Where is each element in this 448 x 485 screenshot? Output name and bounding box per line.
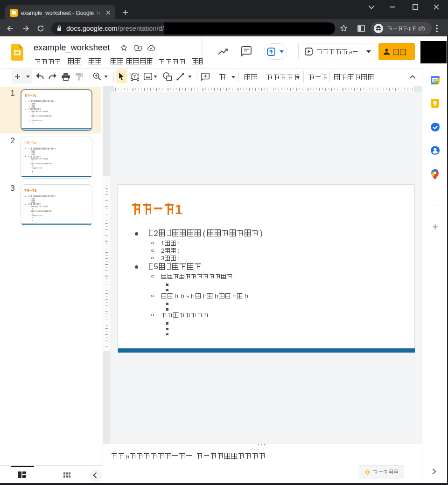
svg-text:31: 31 bbox=[432, 78, 437, 83]
